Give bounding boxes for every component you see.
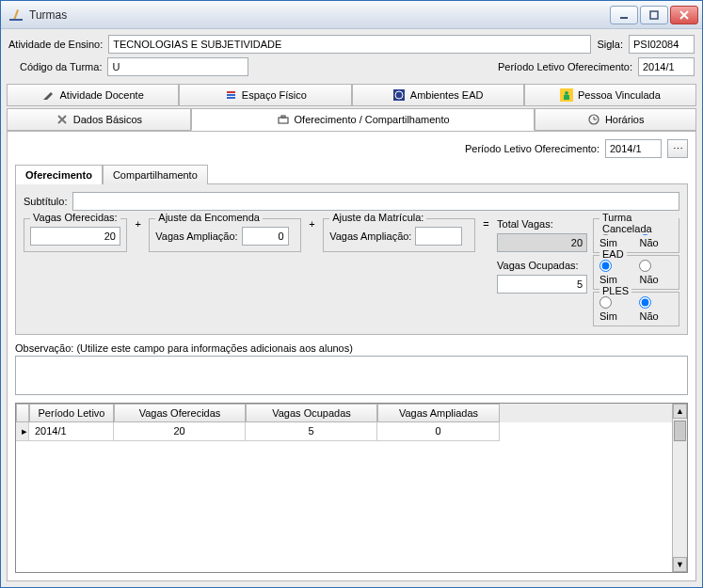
ead-sim[interactable]: Sim <box>599 260 631 285</box>
observacao-textarea[interactable] <box>15 356 688 395</box>
tab-dados-basicos[interactable]: Dados Básicos <box>7 108 191 131</box>
tab-ambientes-ead[interactable]: Ambientes EAD <box>352 84 524 106</box>
vagas-ocupadas-output <box>497 275 587 294</box>
total-vagas-output <box>497 233 587 252</box>
scroll-thumb[interactable] <box>674 421 686 441</box>
header-fields: Atividade de Ensino: Sigla: Código da Tu… <box>1 29 702 82</box>
ajuste-matricula-legend: Ajuste da Matrícula: <box>329 212 426 223</box>
subtitulo-label: Subtítulo: <box>24 196 67 207</box>
minimize-button[interactable] <box>610 6 638 24</box>
tab-label: Dados Básicos <box>73 114 142 125</box>
ead-nao[interactable]: Não <box>639 260 673 285</box>
tab-label: Atividade Docente <box>59 89 143 101</box>
tab-atividade-docente[interactable]: Atividade Docente <box>7 84 179 106</box>
sigla-input[interactable] <box>629 35 695 54</box>
ampliacao-matricula-label: Vagas Ampliação: <box>329 230 411 242</box>
subtab-compartilhamento[interactable]: Compartilhamento <box>103 165 208 184</box>
scroll-down-button[interactable]: ▼ <box>673 557 687 572</box>
ples-nao[interactable]: Não <box>639 296 673 322</box>
cell-ocupadas: 5 <box>246 422 377 441</box>
svg-rect-14 <box>279 118 288 123</box>
tab-content: Período Letivo Oferecimento: ⋯ Oferecime… <box>7 131 696 581</box>
window-turmas: Turmas Atividade de Ensino: Sigla: Códig… <box>0 0 703 588</box>
svg-rect-13 <box>564 95 569 100</box>
tab-label: Oferecimento / Compartilhamento <box>295 114 450 125</box>
svg-rect-3 <box>650 11 658 19</box>
cell-ampliadas: 0 <box>377 422 500 441</box>
ead-legend: EAD <box>599 248 627 260</box>
window-title: Turmas <box>29 8 610 22</box>
ampliacao-matricula-input[interactable] <box>415 227 462 246</box>
tools-icon <box>56 113 69 126</box>
cell-periodo: 2014/1 <box>29 422 114 441</box>
periodo-lookup-button[interactable]: ⋯ <box>667 139 688 158</box>
vertical-scrollbar[interactable]: ▲ ▼ <box>672 404 687 572</box>
clock-icon <box>587 113 600 126</box>
titlebar[interactable]: Turmas <box>1 1 702 29</box>
tab-horarios[interactable]: Horários <box>535 108 696 131</box>
tab-oferecimento[interactable]: Oferecimento / Compartilhamento <box>191 108 535 131</box>
briefcase-icon <box>277 113 290 126</box>
equals-symbol: = <box>481 218 491 230</box>
atividade-input[interactable] <box>108 35 591 54</box>
observacao-label: Observação: (Utilize este campo para inf… <box>15 342 688 354</box>
ples-legend: PLES <box>599 285 631 296</box>
col-ampliadas[interactable]: Vagas Ampliadas <box>377 404 500 422</box>
col-periodo[interactable]: Período Letivo <box>29 404 114 422</box>
history-grid: Período Letivo Vagas Oferecidas Vagas Oc… <box>15 403 688 573</box>
globe-icon <box>392 88 406 102</box>
periodo-content-label: Período Letivo Oferecimento: <box>465 143 599 154</box>
app-icon <box>8 8 24 23</box>
subtitulo-input[interactable] <box>72 192 679 211</box>
vagas-oferecidas-legend: Vagas Oferecidas: <box>30 212 120 223</box>
atividade-label: Atividade de Ensino: <box>8 39 103 50</box>
col-ocupadas[interactable]: Vagas Ocupadas <box>246 404 377 422</box>
vagas-ocupadas-label: Vagas Ocupadas: <box>497 260 587 271</box>
periodo-content-input[interactable] <box>605 139 662 158</box>
svg-rect-1 <box>9 19 23 21</box>
ampliacao-encomenda-label: Vagas Ampliação: <box>155 230 237 242</box>
tab-espaco-fisico[interactable]: Espaço Físico <box>179 84 351 106</box>
tab-pessoa-vinculada[interactable]: Pessoa Vinculada <box>524 84 696 106</box>
codigo-input[interactable] <box>107 57 248 76</box>
grid-corner <box>16 404 29 422</box>
plus-symbol-2: + <box>307 218 317 230</box>
cell-oferecidas: 20 <box>114 422 246 441</box>
tab-label: Espaço Físico <box>242 89 307 101</box>
svg-rect-15 <box>281 116 285 118</box>
turma-cancelada-legend: Turma Cancelada <box>599 212 679 234</box>
col-oferecidas[interactable]: Vagas Oferecidas <box>114 404 246 422</box>
pencil-icon <box>41 88 55 102</box>
svg-point-12 <box>565 91 568 95</box>
subtab-body: Subtítulo: Vagas Oferecidas: + Ajuste da… <box>15 183 688 335</box>
ples-sim[interactable]: Sim <box>599 296 631 322</box>
tab-label: Pessoa Vinculada <box>578 89 661 101</box>
ampliacao-encomenda-input[interactable] <box>242 227 289 246</box>
ajuste-encomenda-legend: Ajuste da Encomenda <box>155 212 263 223</box>
row-indicator: ▸ <box>16 422 29 441</box>
tab-label: Horários <box>605 114 645 125</box>
person-icon <box>560 88 573 102</box>
periodo-header-label: Período Letivo Oferecimento: <box>498 61 632 72</box>
plus-symbol: + <box>133 218 143 230</box>
maximize-button[interactable] <box>640 6 668 24</box>
sub-tabs: Oferecimento Compartilhamento <box>15 164 688 183</box>
tab-label: Ambientes EAD <box>410 89 484 101</box>
subtab-oferecimento[interactable]: Oferecimento <box>15 165 103 184</box>
codigo-label: Código da Turma: <box>20 61 102 72</box>
total-vagas-label: Total Vagas: <box>497 218 587 230</box>
scroll-up-button[interactable]: ▲ <box>673 404 687 419</box>
list-icon <box>224 88 237 102</box>
grid-header: Período Letivo Vagas Oferecidas Vagas Oc… <box>16 404 672 422</box>
main-tabs: Atividade Docente Espaço Físico Ambiente… <box>1 82 702 131</box>
sigla-label: Sigla: <box>597 39 623 50</box>
periodo-header-input[interactable] <box>638 57 695 76</box>
table-row[interactable]: ▸ 2014/1 20 5 0 <box>16 422 672 441</box>
vagas-oferecidas-input[interactable] <box>30 227 120 246</box>
close-button[interactable] <box>670 6 698 24</box>
